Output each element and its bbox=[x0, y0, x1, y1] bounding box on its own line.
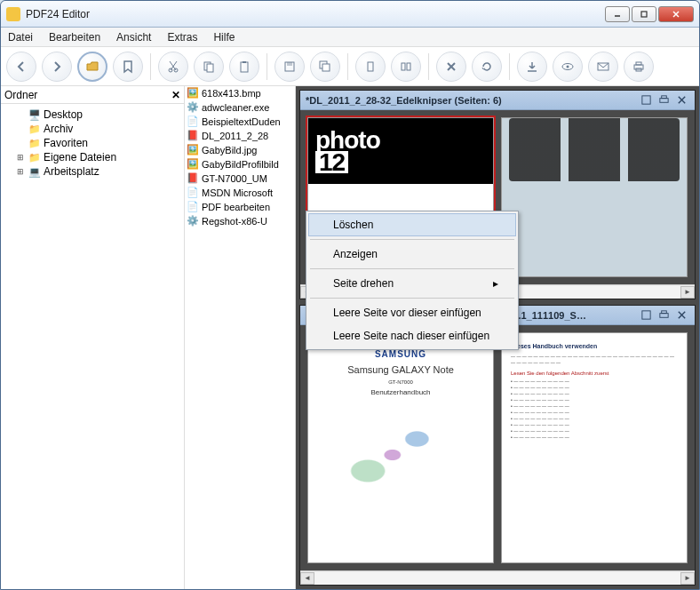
svg-rect-24 bbox=[659, 99, 667, 103]
doc-icon: 📄 bbox=[187, 116, 199, 128]
ctx-rotate[interactable]: Seite drehen▸ bbox=[308, 272, 516, 295]
file-icon: 📄 bbox=[187, 201, 199, 213]
page-thumbnail[interactable]: Dieses Handbuch verwenden — — — — — — — … bbox=[501, 332, 688, 563]
tree-item[interactable]: ⊞📁Eigene Dateien bbox=[3, 150, 182, 164]
pdf-icon: 📕 bbox=[187, 172, 199, 185]
image-icon: 🖼️ bbox=[187, 144, 199, 156]
file-list-panel: 🖼️618x413.bmp⚙️adwcleaner.exe📄Beispielte… bbox=[185, 86, 296, 589]
doc-close-icon[interactable] bbox=[673, 308, 689, 323]
print-button[interactable] bbox=[624, 52, 654, 82]
rotate-page-button[interactable] bbox=[472, 52, 502, 82]
scroll-right-icon[interactable]: ► bbox=[680, 286, 695, 299]
menu-view[interactable]: Ansicht bbox=[116, 31, 151, 44]
svg-rect-7 bbox=[207, 64, 213, 72]
folder-icon: 📁 bbox=[28, 151, 41, 163]
samsung-logo: SAMSUNG bbox=[319, 349, 482, 359]
ctx-delete[interactable]: Löschen bbox=[308, 213, 516, 236]
menu-edit[interactable]: Bearbeiten bbox=[49, 31, 100, 44]
file-item[interactable]: 🖼️618x413.bmp bbox=[185, 86, 295, 100]
ctx-show[interactable]: Anzeigen bbox=[308, 243, 516, 266]
minimize-button[interactable] bbox=[605, 6, 630, 22]
doc-save-icon[interactable] bbox=[638, 308, 654, 323]
page-multi-button[interactable] bbox=[391, 52, 421, 82]
file-name: MSDN Microsoft bbox=[202, 187, 273, 198]
doc-close-icon[interactable] bbox=[673, 93, 689, 108]
scroll-right-icon[interactable]: ► bbox=[680, 572, 695, 585]
svg-rect-28 bbox=[661, 311, 666, 314]
menubar: Datei Bearbeiten Ansicht Extras Hilfe bbox=[1, 28, 699, 47]
artwork-swirl bbox=[319, 396, 482, 503]
file-icon: 📄 bbox=[187, 187, 199, 199]
file-item[interactable]: 🖼️GabyBildProfilbild bbox=[185, 157, 295, 171]
file-item[interactable]: ⚙️Regshot-x86-U bbox=[185, 214, 295, 228]
image-icon: 🖼️ bbox=[187, 158, 199, 171]
svg-rect-21 bbox=[636, 62, 641, 65]
exe-icon: ⚙️ bbox=[187, 101, 199, 114]
file-name: GabyBildProfilbild bbox=[202, 159, 279, 170]
svg-rect-25 bbox=[661, 96, 666, 99]
svg-rect-23 bbox=[641, 96, 649, 104]
file-name: PDF bearbeiten bbox=[202, 202, 270, 212]
folder-tree-panel: Ordner ✕ 🖥️Desktop📁Archiv📁Favoriten⊞📁Eig… bbox=[1, 86, 185, 589]
bookmark-button[interactable] bbox=[113, 52, 143, 82]
doc-print-icon[interactable] bbox=[656, 308, 672, 323]
file-item[interactable]: 📄PDF bearbeiten bbox=[185, 200, 295, 214]
scroll-left-icon[interactable]: ◄ bbox=[300, 572, 314, 585]
svg-point-18 bbox=[567, 65, 569, 68]
ctx-insert-after[interactable]: Leere Seite nach dieser einfügen bbox=[308, 324, 516, 347]
save-all-button[interactable] bbox=[310, 52, 340, 82]
tree-item[interactable]: 🖥️Desktop bbox=[3, 108, 182, 122]
document-1-header[interactable]: *DL_2011_2_28-32_Edelknipser (Seiten: 6) bbox=[300, 91, 695, 110]
tree-header-label: Ordner bbox=[4, 89, 37, 101]
horizontal-scrollbar[interactable]: ◄ ► bbox=[300, 570, 695, 585]
tree-item[interactable]: ⊞💻Arbeitsplatz bbox=[3, 164, 182, 179]
photo12-num: 12 bbox=[315, 151, 348, 173]
computer-icon: 💻 bbox=[28, 165, 41, 178]
expander-icon[interactable]: ⊞ bbox=[15, 167, 25, 176]
cut-button[interactable] bbox=[158, 52, 188, 82]
svg-rect-26 bbox=[641, 311, 649, 319]
nav-back-button[interactable] bbox=[6, 52, 36, 82]
file-item[interactable]: 📄MSDN Microsoft bbox=[185, 186, 295, 200]
open-folder-button[interactable] bbox=[77, 52, 107, 82]
svg-rect-27 bbox=[659, 314, 667, 318]
context-menu: Löschen Anzeigen Seite drehen▸ Leere Sei… bbox=[306, 211, 519, 350]
ctx-insert-before[interactable]: Leere Seite vor dieser einfügen bbox=[308, 301, 516, 324]
menu-extras[interactable]: Extras bbox=[167, 31, 197, 44]
file-name: DL_2011_2_28 bbox=[202, 131, 268, 141]
toolbar bbox=[1, 47, 699, 86]
menu-file[interactable]: Datei bbox=[8, 31, 33, 44]
doc-save-icon[interactable] bbox=[638, 93, 654, 108]
file-item[interactable]: 🖼️GabyBild.jpg bbox=[185, 143, 295, 157]
view-button[interactable] bbox=[553, 52, 583, 82]
file-item[interactable]: 📕GT-N7000_UM bbox=[185, 171, 295, 186]
file-item[interactable]: 📄BeispieltextDuden bbox=[185, 115, 295, 129]
download-button[interactable] bbox=[517, 52, 547, 82]
expander-icon[interactable]: ⊞ bbox=[15, 153, 25, 162]
delete-page-button[interactable] bbox=[436, 52, 466, 82]
page-thumbnail[interactable]: SAMSUNG Samsung GALAXY NoteGT-N7000 Benu… bbox=[307, 332, 494, 563]
folder-icon: 📁 bbox=[28, 123, 41, 135]
tree-header: Ordner ✕ bbox=[1, 86, 184, 104]
nav-forward-button[interactable] bbox=[42, 52, 72, 82]
tree-close-icon[interactable]: ✕ bbox=[171, 89, 180, 101]
file-item[interactable]: 📕DL_2011_2_28 bbox=[185, 129, 295, 143]
file-item[interactable]: ⚙️adwcleaner.exe bbox=[185, 100, 295, 115]
copy-button[interactable] bbox=[194, 52, 224, 82]
doc-print-icon[interactable] bbox=[656, 93, 672, 108]
paste-button[interactable] bbox=[229, 52, 259, 82]
titlebar[interactable]: PDF24 Editor bbox=[1, 1, 699, 28]
tree-item[interactable]: 📁Favoriten bbox=[3, 136, 182, 150]
folder-icon: 📁 bbox=[28, 137, 41, 149]
window-title: PDF24 Editor bbox=[26, 8, 605, 20]
maximize-button[interactable] bbox=[632, 6, 656, 22]
email-button[interactable] bbox=[588, 52, 618, 82]
tree-item-label: Desktop bbox=[44, 108, 83, 121]
save-button[interactable] bbox=[274, 52, 305, 82]
menu-help[interactable]: Hilfe bbox=[213, 31, 235, 44]
tree-item[interactable]: 📁Archiv bbox=[3, 122, 182, 136]
close-button[interactable] bbox=[658, 6, 694, 22]
page-thumbnail[interactable] bbox=[501, 117, 688, 277]
page-single-button[interactable] bbox=[355, 52, 386, 82]
desktop-icon: 🖥️ bbox=[28, 108, 41, 121]
